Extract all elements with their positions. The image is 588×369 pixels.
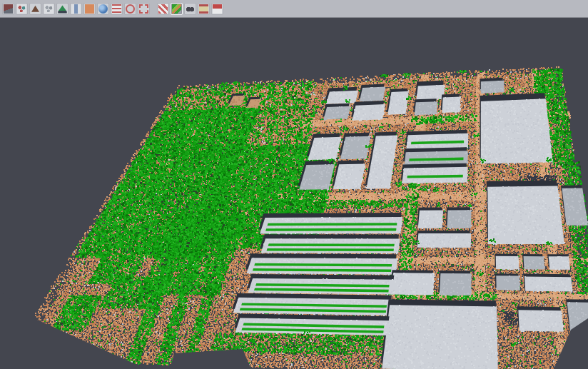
- cross-sections-icon[interactable]: [111, 3, 123, 15]
- 3d-viewport[interactable]: [0, 19, 588, 369]
- clear-selection-icon-glyph: [158, 4, 168, 14]
- surface-icon-glyph: [58, 4, 67, 14]
- toolbar: [0, 0, 588, 18]
- flag-tool-icon-glyph: [213, 4, 222, 14]
- globe-view-icon[interactable]: [97, 3, 109, 15]
- camera-icon-glyph: [186, 4, 195, 14]
- rectangle-selection-icon[interactable]: [138, 3, 150, 15]
- dataset-icon-glyph: [4, 4, 13, 14]
- profile-view-icon-glyph: [71, 4, 81, 14]
- measure-tool-icon[interactable]: [198, 3, 210, 15]
- measure-tool-icon-glyph: [199, 4, 208, 14]
- classify-points-icon-glyph: [17, 4, 26, 14]
- terrain-model-icon[interactable]: [29, 3, 41, 15]
- cross-sections-icon-glyph: [112, 4, 121, 14]
- camera-icon[interactable]: [184, 3, 196, 15]
- clear-selection-icon[interactable]: [157, 3, 169, 15]
- classification-palette-icon-glyph: [172, 4, 181, 14]
- globe-view-icon-glyph: [98, 4, 108, 14]
- rectangle-selection-icon-glyph: [139, 4, 148, 14]
- classification-palette-icon[interactable]: [171, 3, 183, 15]
- dataset-icon[interactable]: [2, 3, 14, 15]
- profile-view-icon[interactable]: [70, 3, 82, 15]
- application-window: [0, 0, 588, 369]
- orthophoto-icon-glyph: [85, 4, 94, 14]
- orthophoto-icon[interactable]: [83, 3, 96, 15]
- point-cloud-canvas[interactable]: [0, 19, 588, 369]
- point-cloud-icon-glyph: [44, 4, 54, 14]
- circle-selection-icon[interactable]: [124, 3, 136, 15]
- classify-points-icon[interactable]: [16, 3, 28, 15]
- point-cloud-icon[interactable]: [43, 3, 55, 15]
- flag-tool-icon[interactable]: [211, 3, 223, 15]
- surface-icon[interactable]: [56, 3, 69, 15]
- circle-selection-icon-glyph: [126, 4, 135, 14]
- terrain-model-icon-glyph: [31, 4, 40, 14]
